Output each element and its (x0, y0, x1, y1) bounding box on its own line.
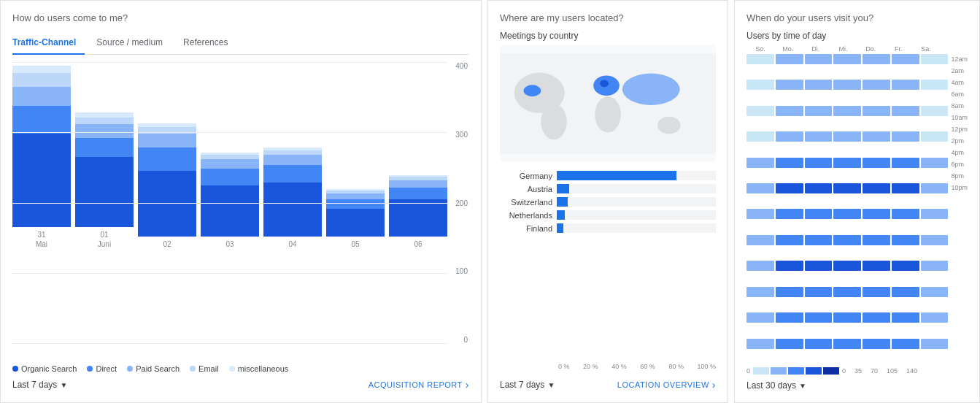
heatmap-cell (776, 183, 803, 193)
heatmap-cell (746, 158, 774, 168)
country-axis: 0 %20 %40 %60 %80 %100 % (558, 363, 716, 370)
country-bar-row: Austria (500, 184, 716, 193)
heatmap-cell (776, 209, 803, 219)
right-period-dropdown[interactable]: Last 30 days ▼ (746, 380, 806, 391)
heatmap-cell (863, 131, 890, 142)
bar-chart-area: 400 300 200 100 0 31Mai01Juni020 (12, 62, 469, 361)
heatmap-body: 12am2am4am6am8am10am12pm2pm4pm6pm8pm10pm (746, 54, 968, 363)
legend-dot (12, 366, 18, 372)
location-overview-link[interactable]: LOCATION OVERVIEW › (617, 379, 716, 391)
country-name: Germany (500, 172, 552, 180)
right-dropdown-arrow-icon: ▼ (799, 382, 806, 390)
heatmap-legend: 0 03570105140 (746, 367, 968, 375)
heatmap-cell (921, 235, 949, 245)
legend-label: Direct (96, 364, 117, 373)
heatmap-row-label: 12pm (951, 124, 968, 134)
heatmap-cell (833, 131, 861, 142)
heatmap-grid (746, 54, 948, 363)
country-bar-fill (557, 223, 563, 233)
heatmap-cell (776, 131, 803, 142)
heatmap-cell (892, 312, 919, 323)
mid-panel-title: Where are my users located? (500, 12, 716, 23)
heatmap-cell (805, 287, 833, 297)
heatmap-cell (746, 209, 774, 219)
heatmap-cell (892, 158, 919, 168)
country-bars: GermanyAustriaSwitzerlandNetherlandsFinl… (500, 171, 716, 363)
heatmap-cell (833, 235, 861, 245)
tab-source-medium[interactable]: Source / medium (96, 31, 171, 55)
heatmap-cell (921, 312, 949, 323)
heatmap-cell (805, 106, 833, 116)
country-bar-fill (557, 171, 676, 180)
heatmap-row-labels: 12am2am4am6am8am10am12pm2pm4pm6pm8pm10pm (951, 54, 968, 363)
map-section-title: Meetings by country (500, 31, 716, 41)
right-panel-footer: Last 30 days ▼ (746, 380, 968, 391)
country-bar-track (557, 197, 716, 207)
acquisition-report-link[interactable]: ACQUISITION REPORT › (369, 379, 469, 391)
heatmap-cell (805, 261, 833, 271)
heatmap-cell (921, 261, 949, 271)
heatmap-cell (863, 158, 890, 168)
legend-dot (229, 366, 235, 372)
country-axis-label: 40 % (611, 363, 627, 370)
heatmap-cell (805, 209, 833, 219)
heatmap-cell (863, 54, 890, 64)
heatmap-col-label: Sa. (912, 45, 940, 53)
right-panel: When do your users visit you? Users by t… (734, 0, 980, 403)
left-panel: How do users come to me? Traffic-Channel… (0, 0, 482, 403)
heatmap-cell (863, 235, 890, 245)
country-bar-track (557, 223, 716, 233)
heatmap-legend-cell (823, 367, 839, 375)
heatmap-cell (833, 80, 861, 90)
heatmap-cell (921, 209, 949, 219)
heatmap-cell (805, 131, 833, 142)
heatmap-row-label: 2pm (951, 136, 968, 146)
dashboard: How do users come to me? Traffic-Channel… (0, 0, 980, 403)
heatmap-cell (746, 339, 774, 349)
heatmap-cell (805, 158, 833, 168)
heatmap-cell (892, 131, 919, 142)
heatmap-cell (776, 80, 803, 90)
legend-dot (190, 366, 196, 372)
heatmap-cell (863, 339, 890, 349)
heatmap-legend-value: 0 (842, 367, 846, 375)
heatmap-cell (921, 158, 949, 168)
heatmap-cell (892, 261, 919, 271)
country-axis-label: 0 % (558, 363, 570, 370)
country-bar-fill (557, 197, 568, 207)
country-name: Austria (500, 185, 552, 193)
left-panel-title: How do users come to me? (12, 12, 469, 23)
heatmap-legend-value: 105 (887, 367, 898, 375)
heatmap-cell (776, 106, 803, 116)
heatmap-cell (921, 287, 949, 297)
svg-point-2 (541, 104, 567, 139)
heatmap-cell (746, 183, 774, 193)
heatmap-cell (863, 183, 890, 193)
heatmap-cell (833, 183, 861, 193)
world-map (500, 45, 716, 162)
heatmap-row-label: 10am (951, 112, 968, 123)
tab-references[interactable]: References (183, 31, 236, 55)
country-bar-track (557, 184, 716, 193)
heatmap-cell (805, 312, 833, 323)
period-dropdown[interactable]: Last 7 days ▼ (12, 380, 67, 390)
svg-point-8 (524, 85, 541, 96)
heatmap-cell (746, 312, 774, 323)
heatmap-cell (746, 235, 774, 245)
tab-bar: Traffic-Channel Source / medium Referenc… (12, 31, 469, 55)
heatmap-col-label: So. (746, 45, 774, 53)
country-bar-row: Germany (500, 171, 716, 180)
heatmap-cell (892, 209, 919, 219)
heatmap-col-label: Fr. (884, 45, 912, 53)
heatmap-cell (892, 106, 919, 116)
period-label: Last 7 days (12, 380, 57, 390)
heatmap-cell (921, 106, 949, 116)
chart-legend: Organic SearchDirectPaid SearchEmailmisc… (12, 364, 469, 373)
country-bar-fill (557, 210, 565, 220)
mid-period-dropdown[interactable]: Last 7 days ▼ (500, 380, 555, 390)
heatmap-row-label: 10pm (951, 183, 968, 193)
heatmap-cell (892, 235, 919, 245)
heatmap-cell (921, 183, 949, 193)
tab-traffic-channel[interactable]: Traffic-Channel (12, 31, 85, 55)
heatmap-cell (921, 80, 949, 90)
